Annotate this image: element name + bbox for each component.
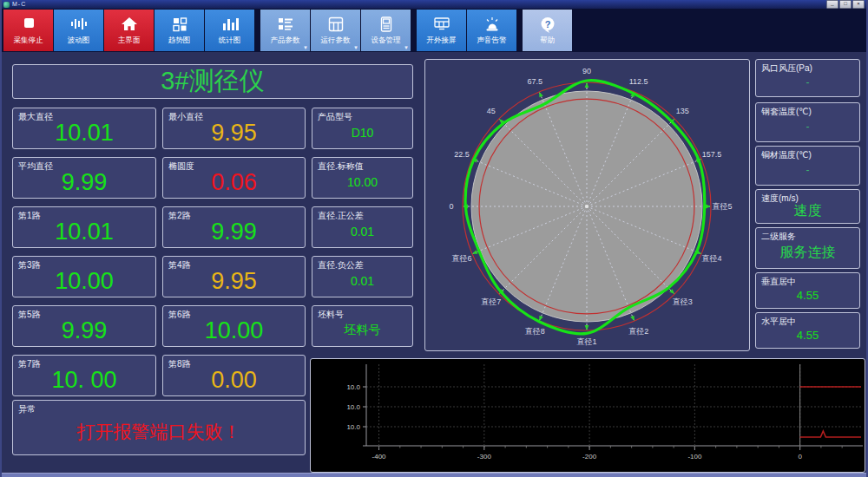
bars-icon [220,15,240,34]
list-icon [275,15,296,34]
metric-tile-min-diameter: 最小直径9.95 [162,108,306,149]
metric-value: 9.95 [163,265,305,297]
toolbar-button-label: 声音告警 [477,36,507,46]
metric-tile-plus-tolerance: 直径.正公差0.01 [312,206,413,248]
metric-value: 10.00 [312,167,412,198]
polar-spoke-label: 直径4 [702,254,722,263]
metric-value: D10 [312,117,412,148]
stats-chart-button[interactable]: 统计图 [205,10,254,51]
metric-value: 9.99 [163,216,305,247]
metric-value: 9.99 [13,167,155,198]
wave-icon [69,15,89,34]
device-manage-button[interactable]: 设备管理▼ [361,10,411,51]
minimize-button[interactable]: _ [826,0,838,9]
status-tile-copper-material-temp: 铜材温度(℃)- [755,146,860,186]
sound-alarm-button[interactable]: 声音告警 [467,10,516,51]
toolbar-button-label: 统计图 [219,36,241,46]
svg-text:?: ? [544,19,550,29]
metric-tile-nominal-diameter: 直径.标称值10.00 [312,157,413,199]
status-tile-tuyere-pressure: 风口风压(Pa)- [755,59,860,97]
polar-spoke-label: 直径6 [451,254,471,263]
metric-tile-channel-8: 第8路0.00 [162,355,306,396]
wave-chart-button[interactable]: 波动图 [54,10,103,51]
metric-value: 0.01 [312,216,412,247]
metric-tile-channel-1: 第1路10.01 [12,206,156,248]
trend-chart-button[interactable]: 趋势图 [155,10,204,51]
external-screen-button[interactable]: 开外接屏 [417,10,466,51]
polar-spoke-label: 135 [676,107,689,115]
chevron-down-icon[interactable]: ▼ [303,45,308,50]
metric-value: 0.06 [163,167,305,198]
toolbar-button-label: 开外接屏 [427,36,457,46]
polar-spoke-label: 直径3 [673,297,693,306]
toolbar-button-label: 帮助 [540,36,555,46]
help-button[interactable]: ?帮助 [523,10,572,51]
metric-value: 10. 00 [13,364,155,395]
trend-x-label: 0 [798,453,802,461]
gauge-title-panel: 3#测径仪 [12,64,413,99]
metric-tile-channel-3: 第3路10.00 [12,256,156,297]
trend-chart-panel: 10.010.010.0-400-300-200-1000 [310,358,865,473]
metric-value: 坯料号 [312,315,412,346]
metric-tile-billet-no: 坯料号坯料号 [312,305,413,347]
polar-spoke-label: 157.5 [702,150,722,159]
metric-tile-channel-7: 第7路10. 00 [12,355,156,396]
metric-tile-avg-diameter: 平均直径9.99 [12,157,156,199]
exception-message: 打开报警端口失败！ [13,409,305,454]
exception-panel: 异常 打开报警端口失败！ [12,400,306,455]
gauge-title: 3#测径仪 [161,64,264,99]
metric-value: 10.01 [13,216,155,247]
status-value: 服务连接 [756,237,859,268]
toolbar-button-label: 主界面 [118,36,141,46]
status-tile-steel-sleeve-temp: 钢套温度(℃)- [755,102,860,142]
status-tile-speed: 速度(m/s)速度 [755,189,860,224]
product-params-button[interactable]: 产品参数▼ [260,10,310,51]
status-value: - [756,112,859,141]
trend-y-label: 10.0 [346,423,360,431]
status-value: 速度 [756,199,859,223]
polar-spoke-label: 45 [487,107,496,115]
toolbar: 采集停止波动图主界面趋势图统计图产品参数▼运行参数▼设备管理▼开外接屏声音告警?… [2,9,866,52]
maximize-button[interactable]: □ [839,0,852,9]
toolbar-button-label: 采集停止 [14,36,43,46]
chevron-down-icon[interactable]: ▼ [353,45,358,50]
trend-chart: 10.010.010.0-400-300-200-1000 [311,359,865,472]
toolbar-button-label: 趋势图 [168,36,191,46]
metric-value: 10.00 [163,315,305,346]
trend-x-label: -200 [582,453,597,461]
polar-spoke-label: 112.5 [629,77,648,86]
run-params-button[interactable]: 运行参数▼ [311,10,360,51]
metric-tile-minus-tolerance: 直径.负公差0.01 [312,256,413,297]
toolbar-button-label: 设备管理 [372,36,401,46]
polar-spoke-label: 直径5 [712,202,732,211]
chevron-down-icon[interactable]: ▼ [404,45,409,50]
metric-value: 0.00 [163,364,305,395]
metric-tile-channel-4: 第4路9.95 [162,256,306,297]
polar-spoke-label: 67.5 [528,77,543,86]
form-icon [326,15,346,34]
trend-y-label: 10.0 [346,403,360,411]
status-value: 4.55 [756,282,859,308]
polar-spoke-label: 0 [450,202,454,211]
home-icon [119,15,140,34]
polar-spoke-label: 直径2 [628,327,648,336]
metric-tile-max-diameter: 最大直径10.01 [12,108,156,149]
window-title: M-C [12,1,26,8]
close-button[interactable]: × [852,0,865,9]
window-titlebar: M-C _ □ × [2,0,866,9]
status-value: - [756,69,859,96]
stop-capture-button[interactable]: 采集停止 [3,10,53,51]
stop-icon [18,15,39,34]
polar-profile-panel: 直径5157.5135112.59067.54522.50直径6直径7直径8直径… [424,59,750,351]
polar-spoke-label: 直径7 [481,297,501,306]
trend-y-label: 10.0 [346,383,360,391]
app-icon [3,2,10,8]
polar-profile-chart: 直径5157.5135112.59067.54522.50直径6直径7直径8直径… [425,60,749,350]
trend-x-label: -300 [477,453,492,461]
main-screen-button[interactable]: 主界面 [104,10,154,51]
toolbar-button-label: 运行参数 [321,36,351,46]
metric-tile-channel-2: 第2路9.99 [162,206,306,248]
metric-value: 10.00 [13,265,155,297]
trend-red-line [800,431,861,437]
polar-spoke-label: 直径1 [576,337,596,346]
